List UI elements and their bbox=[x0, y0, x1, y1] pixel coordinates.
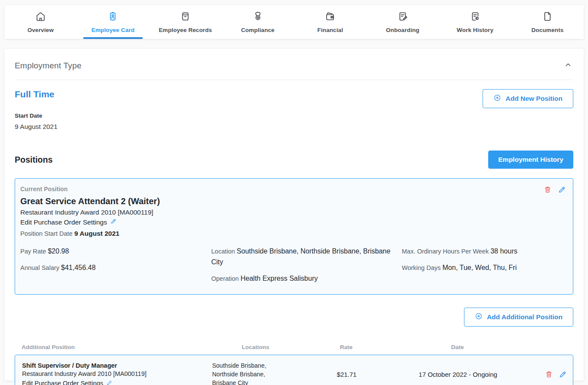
pencil-icon bbox=[110, 218, 117, 226]
document-icon bbox=[542, 11, 553, 24]
column-header-additional-position: Additional Position bbox=[15, 344, 200, 350]
home-icon bbox=[35, 11, 46, 24]
trash-icon bbox=[544, 189, 552, 195]
additional-position-cell: Shift Supervisor / Duty Manager Restaura… bbox=[15, 362, 201, 385]
tab-employee-card[interactable]: Employee Card bbox=[77, 5, 149, 39]
tab-label: Employee Records bbox=[159, 27, 212, 33]
edit-purchase-order-label: Edit Purchase Order Settings bbox=[20, 218, 107, 226]
pay-column: Pay Rate $20.98 Annual Salary $41,456.48 bbox=[20, 246, 211, 284]
section-title: Employment Type bbox=[15, 61, 82, 71]
location-column: Location Southside Brisbane, Northside B… bbox=[211, 246, 402, 284]
tab-label: Overview bbox=[27, 27, 54, 33]
annual-salary-value: $41,456.48 bbox=[61, 264, 95, 271]
column-header-locations: Locations bbox=[200, 344, 311, 350]
rate-cell: $21.71 bbox=[311, 371, 382, 378]
edit-purchase-order-link[interactable]: Edit Purchase Order Settings bbox=[22, 380, 112, 385]
start-date-label: Start Date bbox=[15, 112, 57, 119]
tab-label: Documents bbox=[531, 27, 563, 33]
max-hours-value: 38 hours bbox=[490, 247, 517, 255]
additional-position-title: Shift Supervisor / Duty Manager bbox=[22, 362, 201, 369]
location-value: Southside Brisbane, Northside Brisbane, … bbox=[211, 247, 391, 266]
positions-title: Positions bbox=[15, 155, 53, 165]
add-new-position-button[interactable]: Add New Position bbox=[483, 89, 573, 108]
positions-header: Positions Employment History bbox=[15, 151, 573, 169]
pencil-icon bbox=[559, 373, 567, 380]
start-date-value: 9 August 2021 bbox=[15, 123, 57, 131]
edit-purchase-order-label: Edit Purchase Order Settings bbox=[22, 380, 103, 385]
archive-icon bbox=[180, 11, 191, 24]
tab-financial[interactable]: Financial bbox=[294, 5, 367, 39]
employment-history-button[interactable]: Employment History bbox=[488, 151, 573, 169]
employment-type-value: Full Time bbox=[15, 89, 57, 99]
tab-compliance[interactable]: Compliance bbox=[222, 5, 294, 39]
plus-circle-icon bbox=[493, 94, 501, 103]
id-card-icon bbox=[107, 11, 118, 24]
current-position-card: Current Position Great Service Attendant… bbox=[15, 178, 573, 295]
add-additional-position-button[interactable]: Add Additional Position bbox=[464, 308, 573, 327]
edit-additional-position-button[interactable] bbox=[559, 370, 567, 379]
pay-rate-value: $20.98 bbox=[48, 247, 69, 255]
delete-additional-position-button[interactable] bbox=[545, 370, 553, 379]
working-days-label: Working Days bbox=[402, 264, 441, 271]
add-additional-position-label: Add Additional Position bbox=[487, 313, 563, 321]
tab-overview[interactable]: Overview bbox=[4, 5, 77, 39]
location-label: Location bbox=[211, 248, 235, 255]
medal-icon bbox=[252, 11, 264, 24]
tab-onboarding[interactable]: Onboarding bbox=[366, 5, 439, 39]
tab-work-history[interactable]: Work History bbox=[439, 5, 512, 39]
locations-cell: Southside Brisbane, Northside Brisbane, … bbox=[201, 362, 311, 385]
pencil-icon bbox=[558, 189, 566, 195]
position-detail-grid: Pay Rate $20.98 Annual Salary $41,456.48… bbox=[20, 246, 566, 284]
position-title: Great Service Attendant 2 (Waiter) bbox=[20, 196, 566, 206]
additional-positions-table-header: Additional Position Locations Rate Date bbox=[15, 344, 573, 355]
plus-circle-icon bbox=[475, 312, 483, 322]
additional-position-row: Shift Supervisor / Duty Manager Restaura… bbox=[15, 355, 573, 385]
delete-position-button[interactable] bbox=[544, 186, 552, 194]
column-header-date: Date bbox=[382, 344, 533, 350]
employee-card-panel: Employment Type Full Time Start Date 9 A… bbox=[4, 49, 584, 381]
wallet-icon bbox=[324, 11, 336, 24]
position-start-date-label: Position Start Date bbox=[20, 230, 73, 237]
position-start-date: Position Start Date 9 August 2021 bbox=[20, 230, 566, 237]
active-tab-underline bbox=[83, 37, 143, 39]
pay-rate-label: Pay Rate bbox=[20, 248, 46, 255]
employment-type-block: Full Time Start Date 9 August 2021 Add N… bbox=[15, 80, 573, 131]
top-tab-bar: Overview Employee Card Employee Records … bbox=[4, 5, 584, 39]
tab-documents[interactable]: Documents bbox=[511, 5, 584, 39]
tab-label: Employee Card bbox=[92, 27, 135, 33]
tab-label: Work History bbox=[457, 27, 493, 33]
edit-purchase-order-link[interactable]: Edit Purchase Order Settings bbox=[20, 218, 117, 226]
date-cell: 17 October 2022 - Ongoing bbox=[382, 371, 534, 378]
add-new-position-label: Add New Position bbox=[505, 95, 563, 103]
operation-value: Health Express Salisbury bbox=[241, 275, 318, 282]
employment-type-header: Employment Type bbox=[15, 49, 573, 80]
history-doc-icon bbox=[470, 11, 481, 24]
working-days-value: Mon, Tue, Wed, Thu, Fri bbox=[442, 264, 517, 271]
position-start-date-value: 9 August 2021 bbox=[74, 230, 120, 237]
additional-position-award: Restaurant Industry Award 2010 [MA000119… bbox=[22, 370, 201, 377]
tab-label: Onboarding bbox=[386, 27, 420, 33]
pencil-icon bbox=[106, 380, 112, 385]
row-actions bbox=[534, 370, 573, 379]
hours-column: Max. Ordinary Hours Per Week 38 hours Wo… bbox=[402, 246, 566, 284]
tab-label: Compliance bbox=[241, 27, 275, 33]
annual-salary-label: Annual Salary bbox=[20, 264, 59, 271]
current-position-label: Current Position bbox=[20, 186, 566, 192]
max-hours-label: Max. Ordinary Hours Per Week bbox=[402, 248, 489, 255]
form-edit-icon bbox=[397, 11, 408, 24]
collapse-section-button[interactable] bbox=[563, 60, 573, 71]
tab-label: Financial bbox=[318, 27, 343, 33]
column-header-rate: Rate bbox=[311, 344, 382, 350]
tab-employee-records[interactable]: Employee Records bbox=[149, 5, 222, 39]
operation-label: Operation bbox=[211, 275, 239, 282]
edit-position-button[interactable] bbox=[558, 186, 566, 194]
position-award: Restaurant Industry Award 2010 [MA000119… bbox=[20, 209, 566, 216]
chevron-up-icon bbox=[564, 64, 572, 71]
trash-icon bbox=[545, 373, 553, 380]
